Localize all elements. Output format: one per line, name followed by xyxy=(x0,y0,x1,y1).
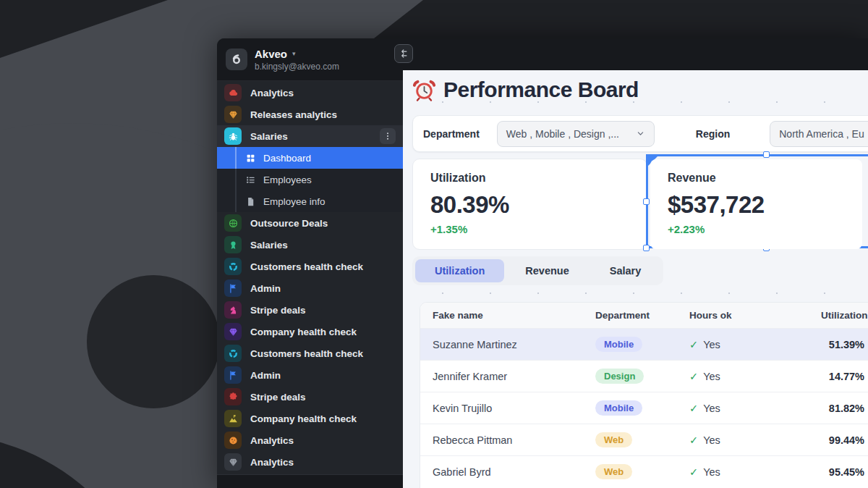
sidebar-item-company-health-check[interactable]: Company health check xyxy=(217,408,403,429)
cell-hours-ok: ✓Yes xyxy=(689,403,821,414)
kpi-value: $537,722 xyxy=(668,191,845,219)
cell-hours-ok: ✓Yes xyxy=(689,339,821,350)
region-filter-label: Region xyxy=(696,128,730,140)
sidebar-item-analytics[interactable]: Analytics xyxy=(217,429,403,451)
column-header-hours-ok[interactable]: Hours ok xyxy=(689,310,821,321)
top-strip xyxy=(403,38,868,70)
table-row[interactable]: Rebecca PittmanWeb✓Yes99.44% xyxy=(420,424,868,455)
sidebar-item-company-health-check[interactable]: Company health check xyxy=(217,321,403,342)
sidebar-item-label: Employee info xyxy=(263,196,326,207)
sidebar-item-salaries[interactable]: Salaries xyxy=(217,234,403,256)
check-icon: ✓ xyxy=(689,339,698,350)
page-title-text: Performance Board xyxy=(443,77,639,102)
sidebar-item-label: Outsource Deals xyxy=(250,218,328,229)
sidebar-item-label: Releases analytics xyxy=(250,109,337,120)
sidebar-item-outsource-deals[interactable]: Outsource Deals xyxy=(217,212,403,234)
sidebar-item-analytics[interactable]: Analytics xyxy=(217,82,403,104)
tab-revenue[interactable]: Revenue xyxy=(506,259,588,282)
list-icon xyxy=(244,174,256,185)
cell-department: Mobile xyxy=(595,400,689,416)
workspace-caret-icon[interactable]: ▾ xyxy=(292,50,296,57)
akveo-logo-icon xyxy=(226,49,247,70)
sidebar-item-label: Stripe deals xyxy=(250,392,306,403)
table-row[interactable]: Gabriel ByrdWeb✓Yes95.45% xyxy=(420,455,868,487)
sidebar-item-customers-health-check[interactable]: Customers health check xyxy=(217,342,403,364)
bug-icon xyxy=(224,127,242,145)
alarm-clock-icon xyxy=(412,78,436,102)
page-title: Performance Board xyxy=(412,77,639,102)
sidebar-item-employees[interactable]: Employees xyxy=(217,169,403,190)
column-header-fake-name[interactable]: Fake name xyxy=(433,310,595,321)
workspace-header[interactable]: Akveo ▾ b.kingsly@akveo.com xyxy=(217,38,403,81)
cell-department: Web xyxy=(595,464,689,479)
cell-hours-ok: ✓Yes xyxy=(689,371,821,382)
sidebar-item-label: Employees xyxy=(263,174,312,185)
table-row[interactable]: Jennifer KramerDesign✓Yes14.77% xyxy=(420,360,868,392)
region-select[interactable]: North America , Eu xyxy=(770,121,868,147)
column-header-utilization[interactable]: Utilization xyxy=(821,310,864,321)
sidebar-item-admin[interactable]: Admin xyxy=(217,277,403,299)
sidebar-item-stripe-deals[interactable]: Stripe deals xyxy=(217,386,403,408)
hours-ok-value: Yes xyxy=(703,434,720,446)
kpi-card-utilization[interactable]: Utilization 80.39% +1.35% xyxy=(412,159,647,250)
hours-ok-value: Yes xyxy=(703,371,720,382)
hours-ok-value: Yes xyxy=(703,466,720,478)
kebab-menu-button[interactable] xyxy=(380,128,396,144)
sidebar-item-label: Salaries xyxy=(250,131,288,142)
resize-handle-bottom-left[interactable] xyxy=(643,245,650,251)
sidebar-item-label: Admin xyxy=(250,370,281,381)
sidebar-footer xyxy=(217,474,403,488)
department-select[interactable]: Web , Mobile , Design ,... xyxy=(497,121,655,147)
department-badge: Web xyxy=(595,432,632,447)
sidebar-item-releases-analytics[interactable]: Releases analytics xyxy=(217,104,403,125)
sidebar-item-dashboard[interactable]: Dashboard xyxy=(217,147,403,169)
award-icon xyxy=(224,236,242,253)
workspace-name: Akveo xyxy=(255,48,287,60)
sidebar-item-employee-info[interactable]: Employee info xyxy=(217,190,403,212)
table-row[interactable]: Suzanne MartinezMobile✓Yes51.39% xyxy=(420,328,868,360)
donut-icon xyxy=(224,345,242,362)
sidebar-item-admin[interactable]: Admin xyxy=(217,364,403,386)
tab-salary[interactable]: Salary xyxy=(590,259,661,282)
sidebar-item-label: Company health check xyxy=(250,327,357,337)
decor-circle-hole xyxy=(87,275,220,408)
sidebar-item-customers-health-check[interactable]: Customers health check xyxy=(217,256,403,277)
cell-fake-name: Gabriel Byrd xyxy=(433,466,595,478)
resize-handle-left[interactable] xyxy=(643,198,650,205)
cell-fake-name: Kevin Trujillo xyxy=(433,403,595,414)
column-header-department[interactable]: Department xyxy=(595,310,689,321)
sidebar-item-analytics[interactable]: Analytics xyxy=(217,451,403,473)
puzzle-icon xyxy=(224,388,242,405)
sidebar-item-salaries[interactable]: Salaries xyxy=(217,125,403,147)
resize-handle-top[interactable] xyxy=(763,151,770,158)
kpi-card-revenue[interactable]: Revenue $537,722 +2.23% xyxy=(650,159,862,249)
chevron-down-icon xyxy=(636,129,645,138)
cell-hours-ok: ✓Yes xyxy=(689,434,821,446)
filter-bar: Department Web , Mobile , Design ,... Re… xyxy=(412,115,868,152)
tab-utilization[interactable]: Utilization xyxy=(415,259,504,282)
donut-icon xyxy=(224,258,242,275)
hours-ok-value: Yes xyxy=(703,403,720,414)
main-area: Performance Board Department Web , Mobil… xyxy=(403,38,868,488)
sidebar-item-label: Admin xyxy=(250,283,281,294)
gem-icon xyxy=(224,106,242,123)
cell-department: Mobile xyxy=(595,337,689,352)
department-badge: Mobile xyxy=(595,400,642,416)
sidebar-item-label: Dashboard xyxy=(263,153,311,164)
cookie-icon xyxy=(224,432,242,449)
sidebar-item-stripe-deals[interactable]: Stripe deals xyxy=(217,299,403,321)
table-row[interactable]: Kevin TrujilloMobile✓Yes81.82% xyxy=(420,392,868,424)
cell-hours-ok: ✓Yes xyxy=(689,466,821,478)
sidebar: Akveo ▾ b.kingsly@akveo.com AnalyticsRel… xyxy=(217,38,403,488)
check-icon: ✓ xyxy=(689,403,698,414)
check-icon: ✓ xyxy=(689,466,698,478)
sidebar-item-label: Stripe deals xyxy=(250,305,306,316)
kpi-delta: +1.35% xyxy=(430,223,629,235)
screen: Akveo ▾ b.kingsly@akveo.com AnalyticsRel… xyxy=(0,0,868,488)
collapse-sidebar-button[interactable] xyxy=(394,44,413,63)
kpi-label: Revenue xyxy=(668,172,845,185)
chart-tabs: UtilizationRevenueSalary xyxy=(412,256,663,285)
department-badge: Design xyxy=(595,369,644,384)
sidebar-item-label: Salaries xyxy=(250,240,288,251)
cell-department: Design xyxy=(595,369,689,384)
